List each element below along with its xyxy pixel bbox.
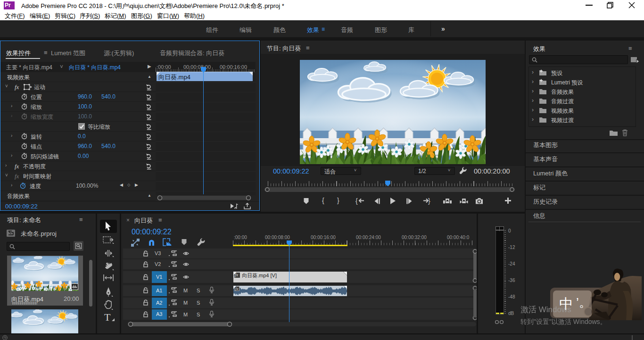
svg-text:’。: ’。 (576, 295, 591, 309)
svg-text:{: { (355, 197, 358, 205)
